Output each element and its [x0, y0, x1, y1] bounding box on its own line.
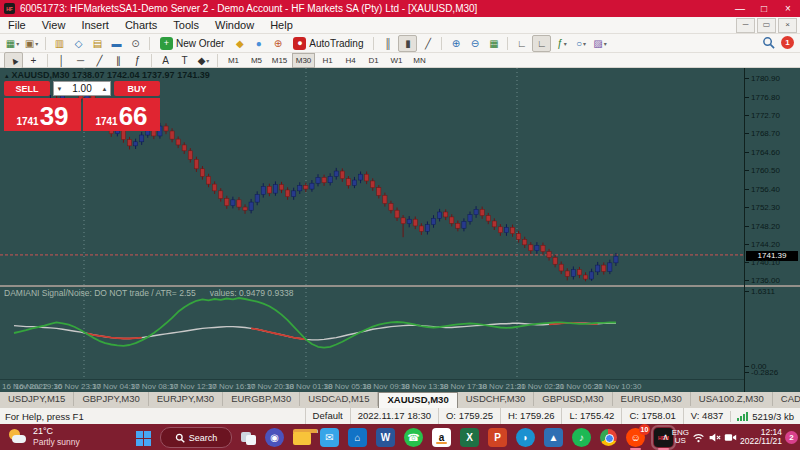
publisher-icon[interactable]: ●	[250, 36, 267, 51]
volume-muted-icon[interactable]	[708, 431, 721, 444]
reddit-icon[interactable]: ☺10	[626, 428, 645, 447]
timeframe-h4[interactable]: H4	[340, 54, 361, 67]
chart-shift-icon[interactable]: ∟	[513, 36, 530, 51]
excel-icon[interactable]: X	[460, 428, 479, 447]
zoom-in-icon[interactable]: ⊕	[447, 36, 464, 51]
profiles-icon[interactable]: ▣▾	[23, 36, 40, 51]
vertical-line-icon[interactable]: │	[53, 53, 70, 68]
chrome-icon[interactable]	[600, 429, 617, 446]
zoom-out-icon[interactable]: ⊖	[466, 36, 483, 51]
dropdown-caret-icon[interactable]: ▾	[604, 40, 607, 47]
notifications-icon[interactable]: 1	[781, 36, 794, 49]
wifi-icon[interactable]	[692, 431, 705, 444]
chart-tab-usdchf-m30[interactable]: USDCHF,M30	[458, 392, 535, 406]
menu-insert[interactable]: Insert	[73, 19, 117, 31]
start-button[interactable]	[136, 431, 151, 446]
buy-button[interactable]: BUY	[114, 81, 160, 96]
volume-decrease-icon[interactable]: ▼	[54, 86, 65, 92]
whatsapp-icon[interactable]: ☎	[404, 428, 423, 447]
price-scale[interactable]: 1741.39 1780.901776.801772.701768.701764…	[744, 68, 800, 392]
chart-tab-gbpjpy-m30[interactable]: GBPJPY,M30	[74, 392, 148, 406]
notification-count-badge[interactable]: 2	[785, 431, 798, 444]
volume-stepper[interactable]: ▼ 1.00 ▲	[53, 81, 111, 96]
store-icon[interactable]: ⌂	[348, 428, 367, 447]
pane-splitter[interactable]	[0, 285, 800, 287]
word-icon[interactable]: W	[376, 428, 395, 447]
metaeditor-icon[interactable]: ◆	[231, 36, 248, 51]
shapes-icon[interactable]: ◆▾	[195, 53, 212, 68]
menu-view[interactable]: View	[34, 19, 74, 31]
taskbar-search-box[interactable]: Search	[160, 427, 232, 448]
menu-tools[interactable]: Tools	[165, 19, 207, 31]
language-switcher[interactable]: ENG US	[672, 429, 689, 445]
timeframe-m30[interactable]: M30	[292, 53, 315, 68]
taskbar-clock[interactable]: 12:14 2022/11/21	[740, 428, 782, 446]
timeframe-m15[interactable]: M15	[269, 54, 290, 67]
maximize-button[interactable]: □	[752, 0, 776, 17]
autotrading-button[interactable]: ●AutoTrading	[290, 35, 366, 51]
menu-window[interactable]: Window	[207, 19, 262, 31]
camera-icon[interactable]	[724, 431, 737, 444]
cursor-icon[interactable]: ▲	[4, 52, 23, 69]
tile-windows-icon[interactable]: ▦	[485, 36, 502, 51]
channel-icon[interactable]: ∥	[110, 53, 127, 68]
timeframe-mn[interactable]: MN	[409, 54, 430, 67]
crosshair-icon[interactable]: +	[25, 53, 42, 68]
chart-tab-eurusd-m30[interactable]: EURUSD,M30	[613, 392, 691, 406]
timeframe-m5[interactable]: M5	[246, 54, 267, 67]
menu-file[interactable]: File	[0, 19, 34, 31]
new-order-button[interactable]: +New Order	[157, 35, 227, 51]
dropdown-caret-icon[interactable]: ▾	[564, 40, 567, 47]
menu-help[interactable]: Help	[262, 19, 301, 31]
volume-increase-icon[interactable]: ▲	[99, 86, 110, 92]
tray-expand-icon[interactable]: ∧	[662, 432, 669, 442]
navigator-icon[interactable]: ▤	[89, 36, 106, 51]
label-icon[interactable]: T	[176, 53, 193, 68]
line-chart-icon[interactable]: ╱	[419, 36, 436, 51]
chart-tab-xauusd-m30[interactable]: XAUUSD,M30	[378, 392, 457, 408]
task-view-button[interactable]	[241, 432, 256, 445]
sell-price[interactable]: 174139	[4, 98, 81, 131]
chart-tab-usdjpy-m15[interactable]: USDJPY,M15	[0, 392, 74, 406]
timeframe-m1[interactable]: M1	[223, 54, 244, 67]
periods-icon[interactable]: ○▾	[572, 36, 589, 51]
volume-input[interactable]: 1.00	[65, 83, 99, 94]
templates-icon[interactable]: ▨▾	[591, 36, 608, 51]
fibonacci-icon[interactable]: ƒ	[129, 53, 146, 68]
bar-chart-icon[interactable]: ║	[379, 36, 396, 51]
mail-icon[interactable]: ✉	[320, 428, 339, 447]
close-button[interactable]: ×	[776, 0, 800, 17]
time-axis[interactable]: 16 Nov 202216 Nov 19:3016 Nov 23:3017 No…	[0, 379, 744, 392]
data-window-icon[interactable]: ◇	[70, 36, 87, 51]
candlestick-icon[interactable]: ▮	[398, 35, 417, 52]
child-close-button[interactable]: ×	[778, 18, 797, 33]
timeframe-h1[interactable]: H1	[317, 54, 338, 67]
amazon-icon[interactable]: a	[432, 428, 451, 447]
strategy-tester-icon[interactable]: ⊙	[127, 36, 144, 51]
child-restore-button[interactable]: ▭	[757, 18, 776, 33]
powerpoint-icon[interactable]: P	[488, 428, 507, 447]
trendline-icon[interactable]: ╱	[91, 53, 108, 68]
chart-tab-usa100-z-m30[interactable]: USA100.Z,M30	[691, 392, 773, 406]
indicators-icon[interactable]: ƒ▾	[553, 36, 570, 51]
timeframe-d1[interactable]: D1	[363, 54, 384, 67]
child-minimize-button[interactable]: ─	[736, 18, 755, 33]
horizontal-line-icon[interactable]: ─	[72, 53, 89, 68]
new-chart-icon[interactable]: ▦▾	[4, 36, 21, 51]
search-icon[interactable]	[762, 36, 775, 49]
market-watch-icon[interactable]: ▥	[51, 36, 68, 51]
dropdown-caret-icon[interactable]: ▾	[35, 40, 38, 47]
dropdown-caret-icon[interactable]: ▾	[16, 40, 19, 47]
chart-tab-gbpusd-m30[interactable]: GBPUSD,M30	[534, 392, 612, 406]
spotify-icon[interactable]: ♪	[572, 428, 591, 447]
sell-button[interactable]: SELL	[4, 81, 50, 96]
community-icon[interactable]: ⊕	[269, 36, 286, 51]
dropdown-caret-icon[interactable]: ▾	[206, 57, 209, 64]
collapse-panel-icon[interactable]: ▴	[5, 72, 9, 79]
chart-tab-usdcad-m15[interactable]: USDCAD,M15	[300, 392, 378, 406]
chart-tab-eurjpy-m30[interactable]: EURJPY,M30	[149, 392, 223, 406]
dropdown-caret-icon[interactable]: ▾	[583, 40, 586, 47]
file-explorer-icon[interactable]	[293, 432, 311, 446]
text-icon[interactable]: A	[157, 53, 174, 68]
thunderbird-icon[interactable]: ◗	[516, 428, 535, 447]
